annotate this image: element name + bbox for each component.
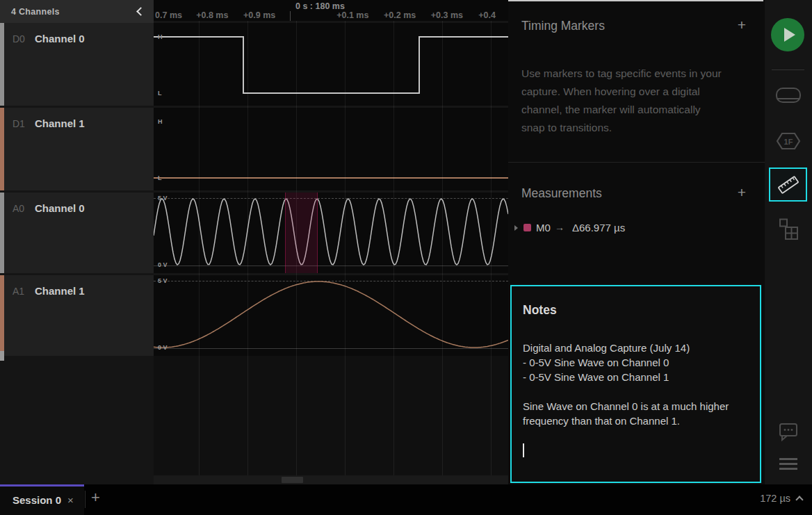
channel-count-label: 4 Channels bbox=[11, 7, 138, 17]
channel-id: D0 bbox=[13, 33, 25, 44]
measurement-id: M0 bbox=[536, 222, 551, 234]
close-session-icon[interactable]: × bbox=[67, 494, 74, 506]
level-label-low: L bbox=[158, 90, 162, 97]
channel-color-strip bbox=[0, 108, 4, 190]
wave-row-a0[interactable]: 5 V 0 V bbox=[154, 193, 508, 273]
channel-color-strip bbox=[0, 23, 4, 106]
timeline-tick-label: +0.3 ms bbox=[431, 10, 463, 20]
channel-id: A0 bbox=[13, 203, 24, 214]
digital-waveform-d0 bbox=[154, 23, 508, 106]
channel-id: A1 bbox=[13, 286, 24, 297]
channel-name: Channel 0 bbox=[35, 202, 85, 214]
text-caret bbox=[523, 443, 524, 457]
channel-row-a1[interactable]: A1 Channel 1 bbox=[0, 275, 154, 356]
level-label-0v: 0 V bbox=[158, 344, 168, 351]
section-divider bbox=[508, 162, 765, 163]
toolbar-divider bbox=[772, 70, 804, 70]
ruler-icon bbox=[776, 173, 801, 197]
measurement-color-swatch bbox=[523, 224, 531, 231]
timeline-tick-label: +0.4 bbox=[478, 10, 496, 20]
wave-row-d0[interactable]: H L bbox=[154, 23, 508, 106]
level-label-low: L bbox=[158, 174, 162, 181]
wave-row-d1[interactable]: H L bbox=[154, 108, 508, 190]
notes-title: Notes bbox=[523, 303, 557, 318]
feedback-chat-icon[interactable] bbox=[777, 421, 799, 442]
channel-row-d1[interactable]: D1 Channel 1 bbox=[0, 108, 154, 190]
level-label-high: H bbox=[158, 118, 163, 125]
collapse-sidebar-icon[interactable] bbox=[136, 7, 145, 16]
measurement-value: Δ66.977 µs bbox=[572, 222, 625, 234]
timeline-absolute-tick bbox=[290, 11, 291, 21]
timeline-absolute-label: 0 s : 180 ms bbox=[295, 1, 345, 11]
session-tab-label: Session 0 bbox=[13, 494, 61, 506]
analog-waveform-a1 bbox=[154, 275, 508, 356]
main-menu-icon[interactable] bbox=[778, 455, 799, 473]
measure-tool-button-selected[interactable] bbox=[769, 167, 807, 202]
channel-list-header: 4 Channels bbox=[0, 0, 154, 23]
level-label-0v: 0 V bbox=[158, 261, 168, 268]
logic-analyzer-app: H L H L 5 V 0 V 5 V 0 V 0 s : bbox=[0, 0, 812, 515]
measurements-title: Measurements bbox=[521, 186, 602, 201]
channel-name: Channel 1 bbox=[35, 117, 85, 129]
capture-duration-control[interactable]: 172 µs bbox=[760, 493, 802, 504]
svg-text:1F: 1F bbox=[784, 138, 793, 146]
right-toolbar: 1F bbox=[765, 0, 812, 484]
timing-markers-title: Timing Markers bbox=[521, 19, 605, 33]
capture-duration-label: 172 µs bbox=[760, 493, 790, 504]
channel-sidebar: D0 Channel 0 D1 Channel 1 A0 Channel 0 A… bbox=[0, 0, 154, 484]
expand-measurement-icon[interactable] bbox=[514, 225, 518, 231]
horizontal-scrollbar-track[interactable] bbox=[154, 475, 508, 484]
channel-color-strip bbox=[0, 275, 4, 356]
notes-section[interactable]: Notes Digital and Analog Capture (July 1… bbox=[510, 285, 761, 483]
channel-color-strip bbox=[0, 193, 4, 273]
arrow-right-icon: → bbox=[555, 222, 565, 233]
timeline-tick-label: +0.2 ms bbox=[384, 10, 416, 20]
new-session-button[interactable]: + bbox=[91, 489, 100, 507]
analyzers-icon[interactable] bbox=[777, 218, 799, 241]
add-timing-marker-button[interactable]: + bbox=[734, 18, 749, 33]
timeline-tick-label: +0.8 ms bbox=[196, 10, 228, 20]
level-label-high: H bbox=[158, 33, 163, 40]
digital-waveform-d1 bbox=[154, 108, 508, 190]
add-measurement-button[interactable]: + bbox=[734, 186, 749, 201]
channel-id: D1 bbox=[13, 118, 25, 129]
vertical-scrollbar-thumb[interactable] bbox=[0, 351, 4, 361]
chevron-up-icon bbox=[795, 496, 803, 503]
device-icon[interactable] bbox=[775, 87, 802, 107]
timing-markers-description: Use markers to tag specific events in yo… bbox=[521, 65, 747, 137]
waveform-area[interactable]: H L H L 5 V 0 V 5 V 0 V 0 s : bbox=[154, 0, 508, 484]
side-panel: Timing Markers + Use markers to tag spec… bbox=[508, 0, 765, 484]
panel-top-accent bbox=[508, 0, 763, 1]
notes-editor[interactable]: Digital and Analog Capture (July 14) - 0… bbox=[523, 341, 745, 428]
measurement-highlight-region[interactable] bbox=[285, 193, 318, 273]
empty-track-area bbox=[154, 356, 508, 475]
device-config-icon[interactable]: 1F bbox=[775, 131, 802, 151]
channel-name: Channel 1 bbox=[35, 285, 85, 297]
timeline-tick-label: 0.7 ms bbox=[155, 10, 182, 20]
channel-row-d0[interactable]: D0 Channel 0 bbox=[0, 23, 154, 106]
level-label-5v: 5 V bbox=[158, 277, 168, 284]
analog-waveform-a0 bbox=[154, 193, 508, 273]
play-icon bbox=[784, 28, 795, 42]
timeline-tick-label: +0.1 ms bbox=[336, 10, 368, 20]
session-bar: Session 0 × + 172 µs bbox=[0, 484, 812, 515]
wave-row-a1[interactable]: 5 V 0 V bbox=[154, 275, 508, 356]
timeline-tick-label: +0.9 ms bbox=[243, 10, 275, 20]
tab-divider bbox=[85, 491, 86, 508]
channel-row-a0[interactable]: A0 Channel 0 bbox=[0, 193, 154, 273]
session-tab[interactable]: Session 0 × bbox=[0, 484, 84, 515]
horizontal-scrollbar-thumb[interactable] bbox=[282, 477, 303, 483]
measurement-row[interactable]: M0 → Δ66.977 µs bbox=[508, 221, 765, 236]
channel-name: Channel 0 bbox=[35, 33, 85, 44]
level-label-5v: 5 V bbox=[158, 195, 168, 202]
start-capture-button[interactable] bbox=[771, 18, 804, 51]
timeline-ruler[interactable]: 0 s : 180 ms 0.7 ms+0.8 ms+0.9 ms+0.1 ms… bbox=[154, 0, 508, 21]
